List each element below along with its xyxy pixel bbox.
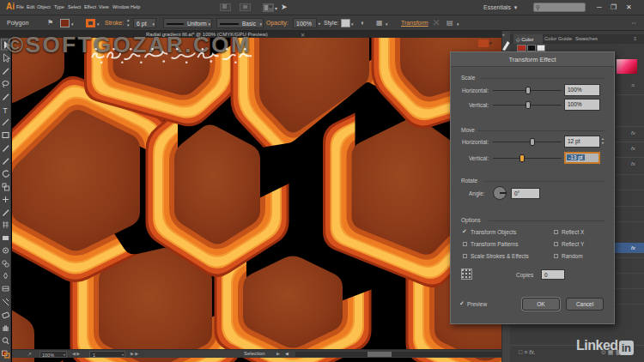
svg-text:T: T — [3, 106, 8, 115]
